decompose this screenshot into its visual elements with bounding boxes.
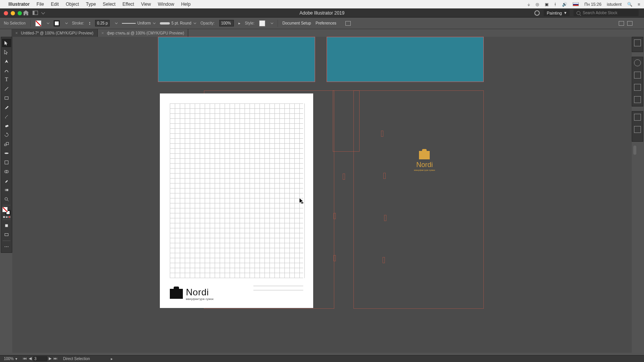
variable-width-profile[interactable]: Uniform	[122, 21, 155, 25]
brushes-panel-icon[interactable]	[634, 96, 641, 103]
bag-icon	[419, 151, 430, 159]
close-tab-icon[interactable]: ×	[102, 31, 104, 35]
stroke-weight-input[interactable]	[95, 20, 110, 26]
fill-stroke-indicator[interactable]	[2, 207, 11, 215]
canvas[interactable]: Nordi мануфактура сумок Nordi мануфактур…	[12, 37, 632, 353]
menu-object[interactable]: Object	[66, 2, 79, 7]
paintbrush-tool[interactable]	[2, 103, 11, 111]
rotate-tool[interactable]	[2, 131, 11, 139]
stock-search-field[interactable]: Search Adobe Stock	[573, 10, 639, 16]
menu-extras-icon[interactable]: ≡	[638, 2, 640, 7]
asset-export-panel-icon[interactable]	[634, 126, 641, 133]
menu-file[interactable]: File	[36, 2, 44, 7]
stroke-swatch[interactable]	[54, 20, 60, 26]
stroke-dd-icon[interactable]	[115, 21, 118, 24]
status-play-icon[interactable]: ▸	[111, 357, 113, 361]
direct-selection-tool[interactable]	[2, 48, 11, 56]
prev-artboard-icon[interactable]: ◀	[28, 356, 33, 360]
help-lifesaver-icon[interactable]	[534, 10, 540, 16]
stroke-stepper-icon[interactable]: ▲▼	[89, 21, 90, 25]
menu-help[interactable]: Help	[181, 2, 191, 7]
wifi-icon[interactable]: ⏚	[527, 2, 530, 7]
menu-window[interactable]: Window	[158, 2, 174, 7]
workspace-switcher[interactable]: Painting ▾	[544, 10, 570, 16]
app-titlebar: Adobe Illustrator 2019 Painting ▾ Search…	[0, 8, 644, 18]
style-dd-icon[interactable]	[271, 21, 273, 24]
artboard-number-input[interactable]	[33, 356, 47, 361]
zoom-control[interactable]: 100% ▾	[4, 357, 17, 361]
last-artboard-icon[interactable]: ⏭	[53, 356, 58, 360]
maximize-window-button[interactable]	[18, 11, 22, 15]
edit-toolbar[interactable]: ⋯	[2, 242, 11, 251]
scale-tool[interactable]	[2, 140, 11, 148]
preferences-button[interactable]: Preferences	[315, 21, 336, 25]
selection-tool[interactable]	[2, 39, 11, 47]
essentials-panel-icon[interactable]	[627, 21, 632, 26]
vertical-scrollbar-thumb[interactable]	[633, 146, 636, 155]
guide	[384, 215, 386, 221]
color-mode-buttons[interactable]	[3, 216, 10, 218]
layers-panel-icon[interactable]	[634, 114, 641, 121]
free-transform-tool[interactable]	[2, 158, 11, 167]
opacity-dd-icon[interactable]: ▸	[238, 21, 240, 25]
artboard-teal-right[interactable]	[327, 37, 484, 82]
artboard-grid-page[interactable]: Nordi мануфактура сумок	[160, 93, 313, 308]
nordi-logo-gold[interactable]: Nordi мануфактура сумок	[414, 151, 435, 171]
type-tool[interactable]: T	[2, 75, 11, 84]
stroke-chevron-icon[interactable]	[65, 21, 68, 24]
line-tool[interactable]	[2, 85, 11, 93]
curvature-tool[interactable]	[2, 66, 11, 75]
eraser-tool[interactable]	[2, 121, 11, 130]
width-tool[interactable]	[2, 149, 11, 157]
menu-effect[interactable]: Effect	[122, 2, 134, 7]
bluetooth-icon[interactable]: ᚼ	[554, 2, 557, 7]
align-icon[interactable]	[345, 21, 351, 26]
opacity-input[interactable]	[219, 20, 234, 26]
draw-mode-normal[interactable]	[2, 221, 11, 230]
screen-mode[interactable]	[2, 231, 11, 239]
display-icon[interactable]: ▣	[545, 2, 549, 7]
app-name[interactable]: Illustrator	[8, 2, 30, 7]
menu-type[interactable]: Type	[86, 2, 96, 7]
menu-edit[interactable]: Edit	[51, 2, 59, 7]
graphic-style-swatch[interactable]	[259, 20, 265, 26]
close-window-button[interactable]	[4, 11, 8, 15]
artboard-teal-left[interactable]	[158, 37, 315, 82]
first-artboard-icon[interactable]: ⏮	[23, 356, 27, 360]
rectangle-tool[interactable]	[2, 94, 11, 102]
zoom-value: 100%	[4, 357, 14, 361]
document-setup-button[interactable]: Document Setup	[283, 21, 311, 25]
nordi-logo-black[interactable]: Nordi мануфактура сумок	[170, 287, 214, 300]
home-icon[interactable]	[23, 10, 29, 15]
doc-tab-2[interactable]: × фир стиль.ai @ 100% (CMYK/GPU Preview)	[98, 29, 189, 37]
fill-chevron-icon[interactable]	[47, 21, 49, 24]
properties-panel-icon[interactable]	[634, 39, 641, 46]
input-language-flag-icon[interactable]	[573, 2, 579, 6]
pen-tool[interactable]	[2, 57, 11, 66]
shape-builder-tool[interactable]	[2, 167, 11, 176]
network-icon[interactable]: ◎	[536, 2, 539, 7]
doc-tab-1[interactable]: × Untitled-7* @ 100% (CMYK/GPU Preview)	[12, 29, 98, 37]
minimize-window-button[interactable]	[11, 11, 15, 15]
user-menu[interactable]: istudent	[607, 2, 622, 7]
clock[interactable]: Пн 15:26	[584, 2, 601, 7]
volume-icon[interactable]: 🔊	[562, 2, 567, 7]
brush-definition[interactable]: 5 pt. Round	[160, 21, 196, 25]
color-guide-panel-icon[interactable]	[634, 72, 641, 79]
next-artboard-icon[interactable]: ▶	[48, 356, 53, 360]
gradient-tool[interactable]	[2, 186, 11, 194]
menu-view[interactable]: View	[141, 2, 151, 7]
menu-select[interactable]: Select	[103, 2, 115, 7]
eyedropper-tool[interactable]	[2, 177, 11, 185]
transform-panel-icon[interactable]	[619, 21, 624, 26]
spotlight-icon[interactable]: 🔍	[627, 2, 632, 7]
swatches-panel-icon[interactable]	[634, 84, 641, 91]
shaper-tool[interactable]	[2, 112, 11, 121]
layout-chevron-icon[interactable]	[41, 10, 45, 14]
fill-swatch[interactable]	[35, 20, 41, 26]
color-panel-icon[interactable]	[634, 59, 641, 66]
zoom-tool[interactable]	[2, 195, 11, 203]
layout-picker-icon[interactable]	[33, 11, 38, 15]
close-tab-icon[interactable]: ×	[15, 31, 18, 35]
svg-line-0	[5, 87, 8, 91]
